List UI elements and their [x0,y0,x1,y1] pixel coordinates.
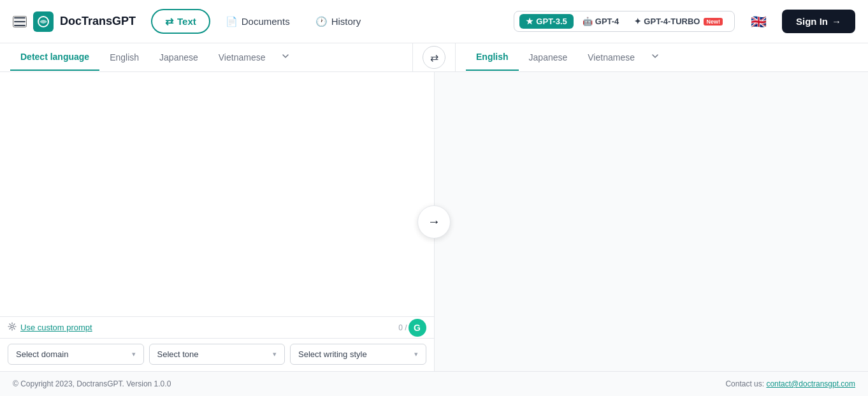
header: DocTransGPT ⇄ Text 📄 Documents 🕐 History… [0,0,868,43]
options-row: Select domain ▾ Select tone ▾ Select wri… [0,338,434,371]
copyright-text: © Copyright 2023, DoctransGPT. Version 1… [13,379,171,388]
target-language-tabs: English Japanese Vietnamese [456,43,868,71]
documents-nav-button[interactable]: 📄 Documents [215,11,300,33]
logo-area: DocTransGPT [13,11,136,32]
grammarly-icon[interactable]: G [409,319,426,337]
target-more-languages-button[interactable] [645,43,665,71]
gpt35-button[interactable]: ★ GPT-3.5 [519,14,573,29]
swap-languages-button[interactable]: ⇄ [423,46,445,69]
chevron-down-icon: ▾ [132,350,136,358]
source-language-tabs: Detect language English Japanese Vietnam… [0,43,412,71]
source-english-tab[interactable]: English [99,45,149,70]
source-panel: G Use custom prompt 0 / 5000 Select doma… [0,72,435,371]
target-panel [435,72,869,371]
language-tabs-container: Detect language English Japanese Vietnam… [0,43,868,72]
app-logo [33,11,54,32]
swap-column: ⇄ [412,43,456,71]
language-flag[interactable]: 🇬🇧 [749,12,768,31]
custom-prompt-link[interactable]: Use custom prompt [8,322,92,333]
gpt4turbo-button[interactable]: ✦ GPT-4-TURBO New! [628,14,729,29]
target-japanese-tab[interactable]: Japanese [519,45,578,70]
arrow-right-icon: → [832,16,841,27]
sparkle-icon: ✦ [634,17,641,26]
tone-select[interactable]: Select tone ▾ [149,344,286,365]
main-area: G Use custom prompt 0 / 5000 Select doma… [0,72,868,371]
text-nav-button[interactable]: ⇄ Text [151,9,210,34]
detect-language-tab[interactable]: Detect language [10,44,99,71]
history-icon: 🕐 [315,16,328,27]
star-icon: ★ [526,17,533,26]
model-selector: ★ GPT-3.5 🤖 GPT-4 ✦ GPT-4-TURBO New! [514,11,735,32]
app-title: DocTransGPT [60,15,136,28]
documents-icon: 📄 [226,16,238,27]
arrow-right-icon: → [428,214,440,229]
footer: © Copyright 2023, DoctransGPT. Version 1… [0,371,868,396]
chevron-down-icon: ▾ [273,350,277,358]
target-text-output[interactable] [435,72,869,371]
target-english-tab[interactable]: English [466,44,519,71]
target-vietnamese-tab[interactable]: Vietnamese [577,45,645,70]
writing-style-select[interactable]: Select writing style ▾ [290,344,426,365]
contact-info: Contact us: contact@doctransgpt.com [725,379,855,388]
translate-icon: ⇄ [165,15,173,27]
translate-button-overlay: → [417,205,451,238]
contact-email-link[interactable]: contact@doctransgpt.com [766,379,855,388]
robot-icon: 🤖 [582,17,593,26]
source-more-languages-button[interactable] [275,43,296,71]
source-text-input[interactable] [0,72,434,316]
svg-point-1 [11,325,13,328]
source-japanese-tab[interactable]: Japanese [149,45,208,70]
domain-select[interactable]: Select domain ▾ [8,344,144,365]
history-nav-button[interactable]: 🕐 History [305,11,372,33]
hamburger-menu[interactable] [13,16,27,27]
new-badge: New! [704,18,723,26]
source-vietnamese-tab[interactable]: Vietnamese [208,45,276,70]
nav-links: ⇄ Text 📄 Documents 🕐 History [151,9,371,34]
chevron-down-icon: ▾ [414,350,418,358]
settings-icon [8,322,17,333]
source-panel-bottom: Use custom prompt 0 / 5000 [0,316,434,338]
translate-button[interactable]: → [417,205,451,238]
sign-in-button[interactable]: Sign In → [782,10,855,33]
swap-icon: ⇄ [430,52,438,64]
gpt4-button[interactable]: 🤖 GPT-4 [576,14,626,29]
